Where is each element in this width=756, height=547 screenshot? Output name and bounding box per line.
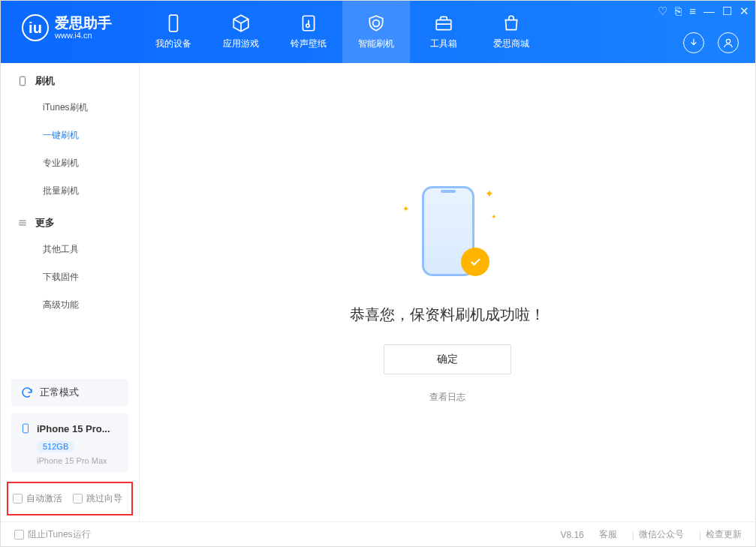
brand-url: www.i4.cn [55,31,112,40]
feedback-icon[interactable]: ⎘ [675,5,682,17]
view-log-link[interactable]: 查看日志 [429,391,465,404]
nav-tabs: 我的设备 应用游戏 铃声壁纸 智能刷机 工具箱 爱思商城 [140,1,545,63]
svg-rect-9 [23,424,29,433]
success-message: 恭喜您，保资料刷机成功啦！ [350,305,545,325]
version-label: V8.16 [560,530,583,540]
sidebar: 刷机 iTunes刷机 一键刷机 专业刷机 批量刷机 更多 其他工具 下载固件 … [1,63,140,521]
main-content: ✦ ✦ ✦ 恭喜您，保资料刷机成功啦！ 确定 查看日志 [140,63,755,521]
check-badge-icon [461,248,489,276]
sidebar-item-download-firmware[interactable]: 下载固件 [1,263,139,291]
sidebar-item-itunes-flash[interactable]: iTunes刷机 [1,94,139,122]
maximize-icon[interactable]: ☐ [722,5,732,17]
nav-tab-flash[interactable]: 智能刷机 [342,1,410,63]
phone-outline-icon [17,76,28,86]
sidebar-item-advanced[interactable]: 高级功能 [1,291,139,319]
sidebar-item-pro-flash[interactable]: 专业刷机 [1,149,139,177]
status-bar: 阻止iTunes运行 V8.16 客服 | 微信公众号 | 检查更新 [1,521,755,547]
svg-rect-0 [170,15,178,32]
refresh-shield-icon [366,14,386,33]
ok-button[interactable]: 确定 [384,344,511,374]
window-controls: ♡ ⎘ ≡ — ☐ ✕ [658,5,749,17]
logo-icon: iu [22,14,49,41]
close-icon[interactable]: ✕ [739,5,749,17]
sidebar-item-other-tools[interactable]: 其他工具 [1,236,139,263]
sidebar-item-batch-flash[interactable]: 批量刷机 [1,177,139,205]
device-icon [20,421,31,436]
sidebar-group-flash: 刷机 [1,63,139,94]
device-name: iPhone 15 Pro... [37,423,110,434]
svg-rect-3 [436,20,451,30]
sidebar-item-onekey-flash[interactable]: 一键刷机 [1,122,139,149]
skin-icon[interactable]: ♡ [658,5,667,17]
nav-tab-device[interactable]: 我的设备 [140,1,207,63]
brand: iu 爱思助手 www.i4.cn [1,1,140,41]
device-storage: 512GB [37,440,74,452]
svg-point-4 [726,39,730,43]
checkbox-block-itunes[interactable]: 阻止iTunes运行 [14,528,91,541]
device-mode[interactable]: 正常模式 [11,379,128,406]
title-bar: iu 爱思助手 www.i4.cn 我的设备 应用游戏 铃声壁纸 智能刷机 工具… [1,1,755,63]
download-button[interactable] [683,32,704,53]
toolbox-icon [434,14,453,33]
checkbox-auto-activate[interactable]: 自动激活 [13,492,62,505]
more-icon [17,218,28,228]
minimize-icon[interactable]: — [703,5,715,17]
checkbox-skip-guide[interactable]: 跳过向导 [73,492,122,505]
device-model: iPhone 15 Pro Max [37,456,119,465]
sparkle-icon: ✦ [485,188,494,200]
footer-link-update[interactable]: 检查更新 [706,528,742,541]
nav-tab-apps[interactable]: 应用游戏 [207,1,275,63]
svg-rect-5 [20,77,26,86]
device-card[interactable]: iPhone 15 Pro... 512GB iPhone 15 Pro Max [11,413,128,473]
success-illustration: ✦ ✦ ✦ [380,182,515,287]
highlighted-options: 自动激活 跳过向导 [7,482,133,515]
sidebar-group-more: 更多 [1,205,139,236]
header-actions [683,32,739,53]
nav-tab-toolbox[interactable]: 工具箱 [410,1,477,63]
music-icon [299,14,318,33]
svg-point-2 [306,24,309,27]
refresh-icon [20,386,34,399]
cube-icon [231,14,251,33]
menu-icon[interactable]: ≡ [689,5,696,17]
brand-name: 爱思助手 [55,16,112,32]
nav-tab-ringtone[interactable]: 铃声壁纸 [275,1,342,63]
account-button[interactable] [718,32,739,53]
nav-tab-store[interactable]: 爱思商城 [477,1,545,63]
footer-link-support[interactable]: 客服 [599,528,617,541]
phone-icon [164,14,183,33]
footer-link-wechat[interactable]: 微信公众号 [639,528,684,541]
bag-icon [501,14,521,33]
sparkle-icon: ✦ [491,213,497,221]
sparkle-icon: ✦ [402,204,409,214]
